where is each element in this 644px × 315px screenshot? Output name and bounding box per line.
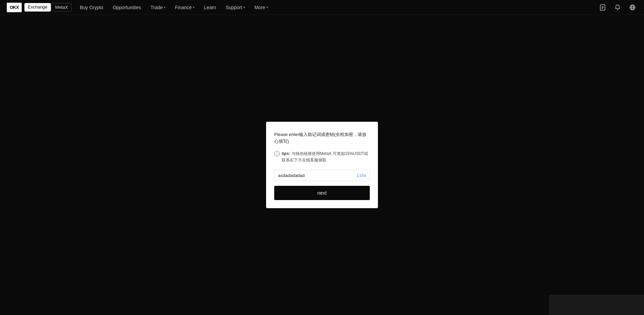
globe-icon[interactable] xyxy=(628,3,637,12)
modal-description: Please enter输入助记词或密钥(全程加密，请放心填写) xyxy=(274,131,370,145)
logo[interactable]: OKX xyxy=(7,3,22,12)
tab-metax[interactable]: MetaX xyxy=(52,3,72,12)
tips-section: i tips: 与钱包链接使用MetaX,可奖励15%USDT或联系右下方在线客… xyxy=(274,151,370,163)
main-content: Please enter输入助记词或密钥(全程加密，请放心填写) i tips:… xyxy=(0,15,644,315)
mnemonic-input[interactable] xyxy=(278,173,357,178)
next-button[interactable]: next xyxy=(274,186,370,200)
logo-text: OKX xyxy=(10,5,19,10)
more-chevron-icon: ▾ xyxy=(266,5,268,9)
nav-learn[interactable]: Learn xyxy=(204,5,216,10)
finance-chevron-icon: ▾ xyxy=(193,5,195,9)
download-icon[interactable] xyxy=(598,3,607,12)
nav-trade[interactable]: Trade ▾ xyxy=(150,5,165,10)
info-icon: i xyxy=(274,151,280,156)
nav-opportunities[interactable]: Opportunities xyxy=(113,5,141,10)
bottom-area xyxy=(549,295,644,315)
bell-icon[interactable] xyxy=(613,3,622,12)
nav-tabs: Exchange MetaX xyxy=(24,3,72,12)
nav-links: Buy Crypto Opportunities Trade ▾ Finance… xyxy=(80,5,598,10)
timer-display: 115s xyxy=(357,173,366,178)
svg-rect-0 xyxy=(600,5,605,10)
input-row: 115s xyxy=(274,170,370,181)
tips-text: tips: 与钱包链接使用MetaX,可奖励15%USDT或联系右下方在线客服领… xyxy=(282,151,370,163)
navbar: OKX Exchange MetaX Buy Crypto Opportunit… xyxy=(0,0,644,15)
tab-exchange[interactable]: Exchange xyxy=(24,3,51,12)
nav-more[interactable]: More ▾ xyxy=(255,5,268,10)
modal-card: Please enter输入助记词或密钥(全程加密，请放心填写) i tips:… xyxy=(266,122,378,209)
navbar-right xyxy=(598,3,637,12)
nav-support[interactable]: Support ▾ xyxy=(226,5,245,10)
logo-box: OKX xyxy=(7,3,22,12)
nav-finance[interactable]: Finance ▾ xyxy=(175,5,195,10)
support-chevron-icon: ▾ xyxy=(243,5,245,9)
nav-buy-crypto[interactable]: Buy Crypto xyxy=(80,5,103,10)
trade-chevron-icon: ▾ xyxy=(164,5,165,9)
